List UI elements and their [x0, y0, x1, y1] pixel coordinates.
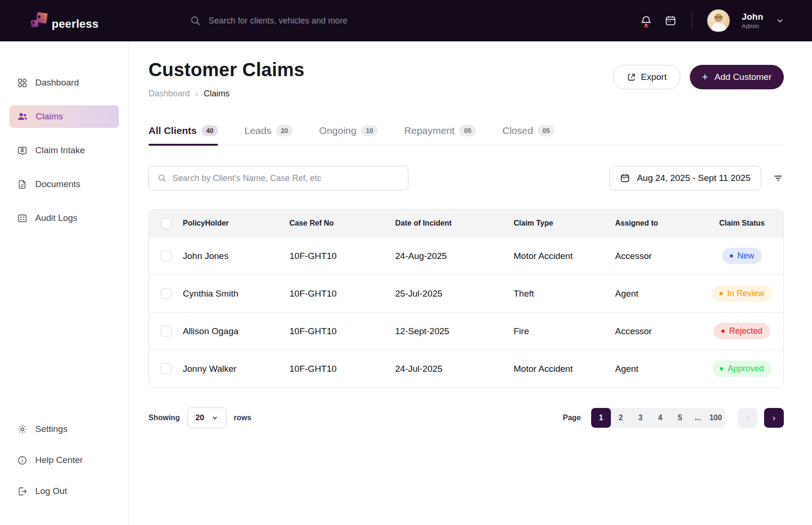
table-row[interactable]: Cynthia Smith 10F-GHT10 25-Jul-2025 Thef… — [149, 274, 783, 312]
notification-badge — [644, 25, 648, 28]
next-page-button[interactable]: › — [764, 408, 784, 428]
column-header-policyholder: PolicyHolder — [183, 219, 289, 227]
tab-label: All Clients — [148, 125, 197, 136]
page-number-1[interactable]: 1 — [591, 408, 611, 428]
status-dot-icon — [721, 329, 725, 333]
tab-repayment[interactable]: Repayment 05 — [404, 125, 476, 145]
cell-case-ref: 10F-GHT10 — [289, 326, 395, 337]
cell-claim-type: Theft — [514, 289, 615, 299]
cell-policyholder: Cynthia Smith — [183, 289, 289, 299]
table-row[interactable]: John Jones 10F-GHT10 24-Aug-2025 Motor A… — [149, 237, 783, 274]
breadcrumb: Dashboard › Claims — [148, 89, 304, 99]
calendar-icon[interactable] — [664, 15, 677, 27]
status-badge: New — [722, 248, 762, 264]
chevron-left-icon: ‹ — [746, 413, 749, 423]
status-badge: Approved — [712, 360, 771, 377]
page-number-100[interactable]: 100 — [706, 408, 726, 428]
page-number-group: 1 2 3 4 5 ... 100 — [591, 408, 726, 428]
sidebar-item-dashboard[interactable]: Dashboard — [9, 71, 119, 94]
rows-per-page-value: 20 — [195, 413, 204, 423]
sidebar-nav: Dashboard Claims Claim I — [9, 71, 119, 241]
tab-label: Closed — [502, 125, 533, 136]
status-label: In Review — [727, 289, 764, 298]
row-checkbox[interactable] — [161, 326, 172, 337]
cell-date: 12-Sept-2025 — [395, 326, 514, 337]
page-ellipsis: ... — [690, 408, 706, 428]
row-checkbox[interactable] — [161, 288, 172, 299]
tab-ongoing[interactable]: Ongoing 10 — [319, 125, 378, 145]
export-icon — [626, 72, 636, 82]
sidebar-item-settings[interactable]: Settings — [9, 418, 119, 440]
cell-assigned-to: Accessor — [615, 326, 701, 337]
sidebar-item-audit-logs[interactable]: Audit Logs — [9, 207, 119, 229]
pagination: Page 1 2 3 4 5 ... 100 ‹ › — [563, 408, 784, 428]
cell-case-ref: 10F-GHT10 — [289, 364, 395, 374]
user-role: Admin — [742, 23, 763, 30]
status-dot-icon — [720, 367, 723, 370]
plus-icon: + — [702, 71, 708, 83]
user-menu-chevron-down-icon[interactable] — [775, 16, 785, 25]
dashboard-grid-icon — [17, 78, 28, 88]
status-dot-icon — [719, 292, 723, 295]
user-meta: John Admin — [742, 12, 763, 30]
user-avatar[interactable] — [707, 9, 730, 32]
chevron-right-icon: › — [773, 413, 775, 423]
global-search-input[interactable] — [209, 16, 406, 26]
topbar-divider — [692, 12, 692, 30]
sidebar-item-documents[interactable]: Documents — [9, 173, 119, 196]
select-all-checkbox[interactable] — [161, 218, 172, 229]
tab-closed[interactable]: Closed 05 — [502, 125, 554, 145]
tab-count-badge: 20 — [276, 125, 293, 136]
sidebar-item-claim-intake[interactable]: Claim Intake — [9, 139, 119, 162]
filter-icon[interactable] — [773, 172, 784, 184]
page-number-3[interactable]: 3 — [631, 408, 650, 428]
claims-search-input[interactable] — [172, 173, 399, 183]
topbar-actions: John Admin — [640, 9, 785, 32]
page-number-2[interactable]: 2 — [611, 408, 631, 428]
sidebar-footer: Settings Help Center Log Out — [9, 418, 119, 502]
column-header-assigned-to: Assigned to — [615, 219, 701, 227]
tab-leads[interactable]: Leads 20 — [244, 125, 293, 145]
sidebar-item-log-out[interactable]: Log Out — [9, 480, 119, 502]
sidebar-item-label: Dashboard — [35, 78, 79, 88]
gear-icon — [17, 424, 28, 435]
row-checkbox[interactable] — [161, 251, 172, 261]
claims-tabs: All Clients 40 Leads 20 Ongoing 10 Repay… — [148, 125, 784, 145]
tab-count-badge: 10 — [361, 125, 378, 136]
breadcrumb-claims: Claims — [203, 89, 229, 99]
cell-case-ref: 10F-GHT10 — [289, 251, 395, 261]
date-range-button[interactable]: Aug 24, 2025 - Sept 11 2025 — [609, 166, 761, 190]
column-header-claim-status: Claim Status — [701, 219, 783, 227]
status-label: Approved — [727, 364, 764, 374]
cell-assigned-to: Accessor — [615, 251, 701, 261]
table-row[interactable]: Jonny Walker 10F-GHT10 24-Jul-2025 Motor… — [149, 350, 783, 387]
previous-page-button[interactable]: ‹ — [738, 408, 757, 428]
table-row[interactable]: Allison Ogaga 10F-GHT10 12-Sept-2025 Fir… — [149, 312, 783, 350]
sidebar: Dashboard Claims Claim I — [0, 41, 129, 525]
audit-logs-checklist-icon — [17, 213, 28, 224]
page-number-4[interactable]: 4 — [650, 408, 670, 428]
column-header-date-of-incident: Date of Incident — [395, 219, 514, 227]
column-header-case-ref: Case Ref No — [289, 219, 395, 227]
cell-date: 24-Aug-2025 — [395, 251, 514, 261]
tab-all-clients[interactable]: All Clients 40 — [148, 125, 218, 145]
brand-logo[interactable]: peerless — [30, 10, 129, 31]
export-button[interactable]: Export — [613, 65, 680, 89]
add-customer-button[interactable]: + Add Customer — [690, 65, 784, 89]
showing-label: Showing — [148, 414, 180, 422]
sidebar-item-label: Claim Intake — [35, 145, 85, 156]
status-badge: In Review — [712, 285, 772, 302]
row-checkbox[interactable] — [161, 363, 172, 374]
cell-claim-type: Fire — [514, 326, 615, 337]
page-number-5[interactable]: 5 — [670, 408, 690, 428]
sidebar-item-claims[interactable]: Claims — [9, 105, 119, 128]
sidebar-item-label: Log Out — [35, 486, 67, 496]
user-name: John — [742, 12, 763, 23]
breadcrumb-dashboard[interactable]: Dashboard — [148, 89, 190, 99]
rows-per-page-select[interactable]: 20 — [187, 407, 226, 428]
cell-policyholder: Allison Ogaga — [183, 326, 289, 337]
sidebar-item-help-center[interactable]: Help Center — [9, 449, 119, 471]
notifications-bell-icon[interactable] — [640, 15, 652, 27]
claims-search — [148, 166, 408, 190]
cell-claim-type: Motor Accident — [514, 251, 615, 261]
